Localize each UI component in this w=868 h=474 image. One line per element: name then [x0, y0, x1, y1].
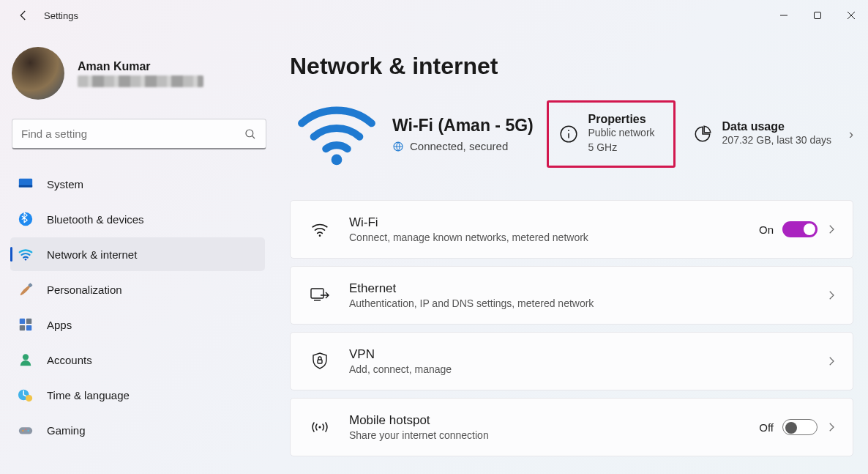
sidebar-item-label: Accounts [47, 354, 92, 366]
row-ethernet[interactable]: Ethernet Authentication, IP and DNS sett… [290, 266, 853, 325]
usage-sub: 207.32 GB, last 30 days [722, 133, 831, 148]
svg-rect-30 [318, 360, 322, 363]
row-sub: Authentication, IP and DNS settings, met… [349, 297, 818, 309]
svg-point-22 [332, 155, 343, 166]
shield-lock-icon [311, 352, 329, 371]
close-button[interactable] [834, 0, 868, 31]
sidebar-item-personalization[interactable]: Personalization [10, 273, 265, 306]
svg-point-15 [23, 354, 29, 360]
row-wifi[interactable]: Wi-Fi Connect, manage known networks, me… [290, 200, 853, 259]
app-title: Settings [44, 10, 78, 21]
wifi-icon [18, 246, 34, 262]
wifi-icon [310, 220, 329, 239]
properties-sub2: 5 GHz [588, 141, 655, 155]
chevron-right-icon [825, 421, 838, 434]
usage-title: Data usage [722, 120, 831, 133]
arrow-left-icon [17, 9, 30, 22]
properties-sub1: Public network [588, 126, 655, 141]
row-title: Ethernet [349, 281, 818, 296]
sidebar-item-gaming[interactable]: Gaming [10, 413, 265, 447]
chevron-right-icon [825, 223, 838, 236]
close-icon [847, 11, 856, 20]
nav-list: System Bluetooth & devices Network & int… [10, 167, 278, 447]
search-box[interactable] [12, 119, 266, 149]
main-content: Network & internet Wi-Fi (Aman - 5G) Con… [278, 31, 868, 474]
data-usage-button[interactable]: Data usage 207.32 GB, last 30 days [683, 114, 842, 154]
sidebar-item-time-language[interactable]: Time & language [10, 378, 265, 412]
maximize-icon [813, 11, 822, 20]
row-title: Wi-Fi [349, 215, 759, 230]
ssid-title: Wi-Fi (Aman - 5G) [392, 116, 547, 136]
svg-rect-7 [19, 185, 32, 188]
hotspot-icon [310, 418, 329, 436]
sidebar-item-accounts[interactable]: Accounts [10, 343, 265, 377]
ethernet-icon [310, 286, 330, 304]
system-icon [18, 176, 34, 192]
svg-point-20 [27, 430, 29, 432]
pie-icon [693, 125, 712, 144]
search-icon [244, 127, 257, 141]
svg-rect-18 [19, 427, 32, 434]
toggle-state-label: On [759, 223, 774, 236]
sidebar-item-system[interactable]: System [10, 167, 265, 201]
back-button[interactable] [15, 7, 32, 24]
row-vpn[interactable]: VPN Add, connect, manage [290, 332, 853, 390]
row-title: Mobile hotspot [349, 413, 759, 428]
network-hero: Wi-Fi (Aman - 5G) Connected, secured Pro… [290, 100, 853, 168]
info-icon [559, 125, 578, 144]
sidebar-item-bluetooth[interactable]: Bluetooth & devices [10, 202, 265, 236]
svg-rect-28 [311, 289, 323, 298]
page-title: Network & internet [290, 53, 853, 80]
profile-name: Aman Kumar [78, 60, 203, 73]
svg-point-4 [246, 130, 253, 137]
sidebar-item-apps[interactable]: Apps [10, 308, 265, 341]
sidebar-item-label: Apps [47, 319, 72, 331]
minimize-button[interactable] [767, 0, 801, 31]
properties-title: Properties [588, 113, 655, 126]
row-sub: Share your internet connection [349, 429, 759, 441]
maximize-button[interactable] [801, 0, 834, 31]
svg-point-31 [318, 426, 321, 428]
svg-point-21 [25, 429, 26, 430]
svg-rect-14 [26, 325, 31, 330]
svg-line-5 [252, 136, 255, 138]
minimize-icon [779, 11, 788, 20]
svg-point-27 [319, 234, 321, 237]
svg-rect-13 [20, 325, 25, 330]
svg-point-17 [26, 395, 32, 401]
chevron-right-icon [825, 289, 838, 302]
search-input[interactable] [21, 127, 244, 140]
sidebar-item-network[interactable]: Network & internet [10, 237, 265, 271]
chevron-right-icon [825, 355, 838, 368]
row-mobile-hotspot[interactable]: Mobile hotspot Share your internet conne… [290, 398, 853, 456]
clock-globe-icon [18, 387, 34, 403]
row-sub: Add, connect, manage [349, 363, 818, 375]
profile[interactable]: Aman Kumar [10, 47, 278, 100]
profile-email-redacted [78, 75, 203, 87]
chevron-right-icon: › [842, 127, 853, 142]
paintbrush-icon [18, 281, 34, 297]
wifi-large-icon [290, 100, 384, 168]
row-title: VPN [349, 347, 818, 362]
svg-rect-12 [26, 319, 31, 324]
apps-icon [18, 316, 34, 333]
sidebar-item-label: System [47, 178, 83, 190]
connection-status: Connected, secured [410, 140, 508, 152]
properties-button[interactable]: Properties Public network 5 GHz [547, 100, 676, 167]
sidebar-item-label: Network & internet [47, 248, 137, 261]
settings-rows: Wi-Fi Connect, manage known networks, me… [290, 200, 853, 456]
window-controls [767, 0, 868, 31]
gamepad-icon [18, 422, 34, 438]
wifi-toggle[interactable] [782, 221, 818, 237]
svg-point-19 [22, 430, 23, 432]
sidebar-item-label: Time & language [47, 389, 130, 401]
titlebar: Settings [0, 0, 868, 31]
svg-point-9 [25, 259, 27, 261]
person-icon [18, 352, 34, 368]
sidebar-item-label: Personalization [47, 284, 122, 296]
svg-rect-1 [815, 12, 821, 19]
hotspot-toggle[interactable] [782, 419, 818, 435]
sidebar-item-label: Gaming [47, 424, 86, 437]
toggle-state-label: Off [759, 421, 774, 434]
svg-point-26 [568, 130, 569, 131]
